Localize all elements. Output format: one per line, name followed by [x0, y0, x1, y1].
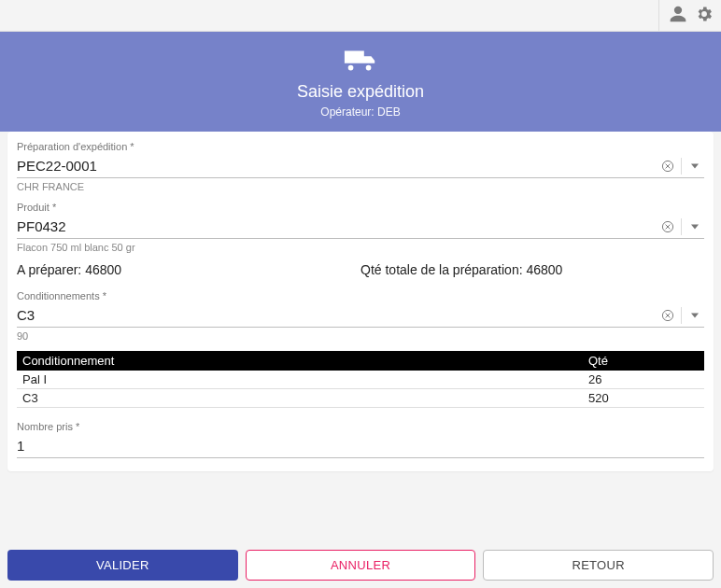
input-product[interactable] — [17, 215, 658, 238]
hint-product: Flacon 750 ml blanc 50 gr — [17, 242, 704, 253]
cancel-button[interactable]: ANNULER — [246, 550, 476, 581]
label-nombre-pris: Nombre pris * — [17, 421, 704, 432]
topbar — [0, 0, 721, 32]
chevron-down-icon[interactable] — [686, 217, 704, 236]
gear-icon[interactable] — [695, 5, 714, 27]
field-product: Produit * Flacon 750 ml blanc 50 gr — [17, 202, 704, 253]
form-card: Préparation d'expédition * CHR FRANCE Pr… — [7, 132, 714, 471]
user-icon[interactable] — [669, 5, 687, 27]
th-conditionnement: Conditionnement — [17, 351, 583, 371]
field-preparation: Préparation d'expédition * CHR FRANCE — [17, 141, 704, 192]
total-label: Qté totale de la préparation: — [360, 262, 523, 277]
clear-icon[interactable] — [658, 217, 677, 236]
truck-icon — [343, 60, 378, 76]
validate-button[interactable]: VALIDER — [7, 550, 238, 581]
chevron-down-icon[interactable] — [686, 157, 704, 175]
to-prepare-value: 46800 — [85, 262, 121, 277]
input-conditionnements[interactable] — [17, 303, 658, 327]
total-value: 46800 — [526, 262, 562, 277]
page-title: Saisie expédition — [0, 82, 721, 102]
label-product: Produit * — [17, 202, 704, 213]
label-conditionnements: Conditionnements * — [17, 290, 704, 301]
table-row: C3 520 — [17, 389, 704, 408]
label-preparation: Préparation d'expédition * — [17, 141, 704, 152]
summary-row: A préparer: 46800 Qté totale de la prépa… — [17, 262, 704, 277]
field-nombre-pris: Nombre pris * — [17, 421, 704, 458]
hero: Saisie expédition Opérateur: DEB — [0, 32, 721, 132]
back-button[interactable]: RETOUR — [483, 550, 714, 581]
input-nombre-pris[interactable] — [17, 434, 704, 457]
hint-preparation: CHR FRANCE — [17, 181, 704, 192]
operator-line: Opérateur: DEB — [0, 105, 721, 119]
clear-icon[interactable] — [658, 157, 677, 175]
conditionnement-table: Conditionnement Qté Pal I 26 C3 520 — [17, 351, 704, 408]
clear-icon[interactable] — [658, 306, 677, 325]
th-qte: Qté — [583, 351, 704, 371]
to-prepare-label: A préparer: — [17, 262, 81, 277]
topbar-divider — [658, 0, 659, 31]
hint-conditionnements: 90 — [17, 330, 704, 342]
button-bar: VALIDER ANNULER RETOUR — [7, 550, 714, 581]
chevron-down-icon[interactable] — [686, 306, 704, 325]
table-row: Pal I 26 — [17, 371, 704, 389]
input-preparation[interactable] — [17, 154, 658, 177]
field-conditionnements: Conditionnements * 90 — [17, 290, 704, 342]
